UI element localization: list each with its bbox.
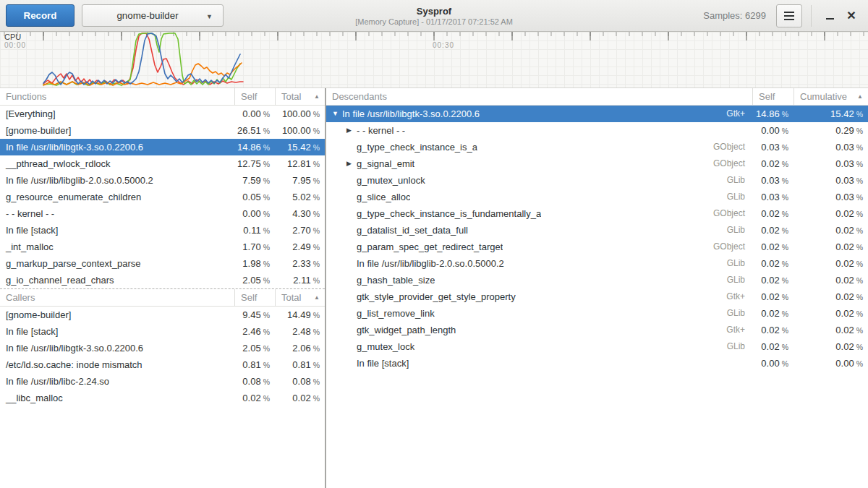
percent-value: 2.46% bbox=[234, 323, 275, 340]
percent-value: 0.02% bbox=[752, 222, 793, 239]
percent-sign: % bbox=[782, 309, 788, 318]
percent-value: 2.33% bbox=[275, 255, 325, 272]
descendants-row[interactable]: g_hash_table_sizeGLib0.02%0.02% bbox=[326, 272, 868, 288]
percent-value: 0.02% bbox=[752, 288, 793, 305]
descendants-row[interactable]: g_type_check_instance_is_aGObject0.03%0.… bbox=[326, 139, 868, 155]
minimize-button[interactable] bbox=[819, 4, 841, 27]
functions-row[interactable]: __pthread_rwlock_rdlock12.75%12.81% bbox=[0, 155, 325, 172]
percent-value: 2.11% bbox=[275, 272, 325, 288]
callers-row[interactable]: In file /usr/lib/libgtk-3.so.0.2200.62.0… bbox=[0, 340, 325, 356]
triangle-right-expander-icon[interactable]: ▶ bbox=[346, 122, 357, 139]
library-category-label: GLib bbox=[720, 305, 752, 322]
percent-sign: % bbox=[263, 311, 270, 320]
percent-sign: % bbox=[782, 293, 788, 301]
percent-sign: % bbox=[856, 343, 863, 351]
self-column-header[interactable]: Self bbox=[234, 289, 275, 306]
close-button[interactable]: ✕ bbox=[841, 4, 862, 27]
descendants-row[interactable]: gtk_style_provider_get_style_propertyGtk… bbox=[326, 288, 868, 305]
percent-sign: % bbox=[856, 127, 863, 135]
cumulative-column-header[interactable]: Cumulative ▲ bbox=[793, 88, 868, 105]
descendants-row[interactable]: g_mutex_unlockGLib0.03%0.03% bbox=[326, 172, 868, 189]
function-name: - - kernel - - bbox=[0, 205, 234, 222]
functions-row[interactable]: g_io_channel_read_chars2.05%2.11% bbox=[0, 272, 325, 288]
functions-row[interactable]: In file [stack]0.11%2.70% bbox=[0, 222, 325, 239]
function-name: [Everything] bbox=[0, 106, 234, 122]
functions-row[interactable]: In file /usr/lib/libglib-2.0.so.0.5000.2… bbox=[0, 172, 325, 189]
triangle-right-expander-icon[interactable]: ▶ bbox=[346, 155, 357, 172]
descendants-row[interactable]: In file /usr/lib/libglib-2.0.so.0.5000.2… bbox=[326, 255, 868, 272]
functions-row[interactable]: g_markup_parse_context_parse1.98%2.33% bbox=[0, 255, 325, 272]
library-category-label: GLib bbox=[720, 222, 752, 239]
descendants-rows: ▼In file /usr/lib/libgtk-3.so.0.2200.6Gt… bbox=[326, 106, 868, 372]
descendant-name: g_param_spec_get_redirect_target bbox=[357, 239, 503, 255]
percent-value: 2.70% bbox=[275, 222, 325, 239]
descendants-column-header[interactable]: Descendants bbox=[326, 88, 752, 105]
functions-row[interactable]: [gnome-builder]26.51%100.00% bbox=[0, 122, 325, 139]
descendant-name-cell: g_slice_allocGLib bbox=[326, 189, 752, 205]
descendants-row[interactable]: g_datalist_id_set_data_fullGLib0.02%0.02… bbox=[326, 222, 868, 239]
percent-value: 2.05% bbox=[234, 340, 275, 356]
functions-row[interactable]: - - kernel - -0.00%4.30% bbox=[0, 205, 325, 222]
total-column-header[interactable]: Total ▲ bbox=[275, 88, 325, 105]
percent-sign: % bbox=[782, 226, 788, 235]
descendants-row[interactable]: ▶- - kernel - -0.00%0.29% bbox=[326, 122, 868, 139]
descendant-name-cell: g_datalist_id_set_data_fullGLib bbox=[326, 222, 752, 239]
percent-value: 0.02% bbox=[275, 390, 325, 406]
percent-sign: % bbox=[313, 328, 320, 336]
percent-value: 0.02% bbox=[793, 338, 868, 355]
percent-sign: % bbox=[782, 326, 788, 335]
library-category-label: GObject bbox=[706, 239, 752, 255]
percent-value: 1.70% bbox=[234, 239, 275, 255]
self-column-header[interactable]: Self bbox=[752, 88, 793, 105]
descendants-row[interactable]: gtk_widget_path_lengthGtk+0.02%0.02% bbox=[326, 322, 868, 338]
callers-row[interactable]: [gnome-builder]9.45%14.49% bbox=[0, 307, 325, 323]
library-category-label: GLib bbox=[720, 255, 752, 272]
library-category-label: GObject bbox=[706, 155, 752, 172]
descendants-row[interactable]: g_param_spec_get_redirect_targetGObject0… bbox=[326, 239, 868, 255]
descendants-row[interactable]: ▶g_signal_emitGObject0.02%0.03% bbox=[326, 155, 868, 172]
descendant-name-cell: g_param_spec_get_redirect_targetGObject bbox=[326, 239, 752, 255]
percent-sign: % bbox=[313, 210, 320, 218]
percent-sign: % bbox=[856, 243, 863, 252]
percent-value: 0.03% bbox=[793, 155, 868, 172]
descendants-row[interactable]: ▼In file /usr/lib/libgtk-3.so.0.2200.6Gt… bbox=[326, 106, 868, 122]
record-button[interactable]: Record bbox=[6, 4, 75, 27]
functions-row[interactable]: _int_malloc1.70%2.49% bbox=[0, 239, 325, 255]
library-category-label: GLib bbox=[720, 272, 752, 288]
descendants-row[interactable]: In file [stack]0.00%0.00% bbox=[326, 355, 868, 372]
percent-sign: % bbox=[313, 394, 320, 403]
percent-sign: % bbox=[263, 328, 270, 336]
functions-column-header[interactable]: Functions bbox=[0, 88, 234, 105]
percent-sign: % bbox=[856, 160, 863, 168]
cpu-graph[interactable]: CPU 00:00 00:30 bbox=[0, 32, 868, 88]
percent-value: 15.42% bbox=[793, 106, 868, 122]
percent-sign: % bbox=[263, 127, 270, 135]
sort-arrow-icon: ▲ bbox=[314, 289, 320, 306]
percent-sign: % bbox=[263, 260, 270, 268]
callers-column-header[interactable]: Callers bbox=[0, 289, 234, 306]
callers-row[interactable]: In file [stack]2.46%2.48% bbox=[0, 323, 325, 340]
percent-sign: % bbox=[313, 260, 320, 268]
triangle-down-expander-icon[interactable]: ▼ bbox=[332, 106, 342, 122]
descendants-row[interactable]: g_mutex_lockGLib0.02%0.02% bbox=[326, 338, 868, 355]
descendants-row[interactable]: g_slice_allocGLib0.03%0.03% bbox=[326, 189, 868, 205]
total-column-header[interactable]: Total ▲ bbox=[275, 289, 325, 306]
function-name: In file /usr/lib/libglib-2.0.so.0.5000.2 bbox=[0, 172, 234, 189]
callers-row[interactable]: __libc_malloc0.02%0.02% bbox=[0, 390, 325, 406]
functions-row[interactable]: In file /usr/lib/libgtk-3.so.0.2200.614.… bbox=[0, 139, 325, 155]
sort-arrow-icon: ▲ bbox=[314, 88, 320, 105]
descendants-row[interactable]: g_type_check_instance_is_fundamentally_a… bbox=[326, 205, 868, 222]
descendants-row[interactable]: g_list_remove_linkGLib0.02%0.02% bbox=[326, 305, 868, 322]
descendant-name: g_hash_table_size bbox=[357, 272, 435, 288]
functions-row[interactable]: g_resource_enumerate_children0.05%5.02% bbox=[0, 189, 325, 205]
callers-row[interactable]: /etc/ld.so.cache: inode mismatch0.81%0.8… bbox=[0, 356, 325, 373]
percent-value: 2.49% bbox=[275, 239, 325, 255]
functions-row[interactable]: [Everything]0.00%100.00% bbox=[0, 106, 325, 122]
self-column-header[interactable]: Self bbox=[234, 88, 275, 105]
percent-value: 0.02% bbox=[793, 255, 868, 272]
callers-row[interactable]: In file /usr/lib/libc-2.24.so0.08%0.08% bbox=[0, 373, 325, 390]
target-process-dropdown[interactable]: gnome-builder ▼ bbox=[82, 4, 224, 27]
descendant-name: In file /usr/lib/libgtk-3.so.0.2200.6 bbox=[342, 106, 480, 122]
menu-button[interactable] bbox=[776, 4, 802, 27]
percent-sign: % bbox=[856, 210, 863, 218]
